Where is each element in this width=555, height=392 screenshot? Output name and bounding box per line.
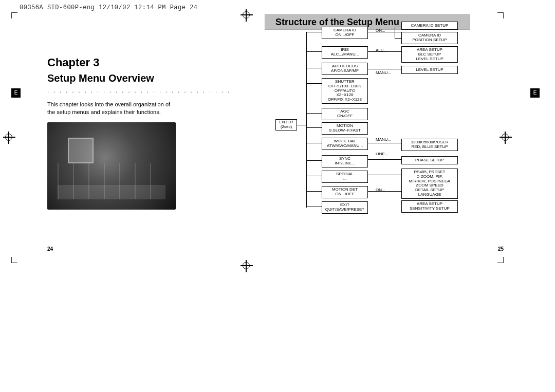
- connector-line: [306, 83, 322, 84]
- connector-line: [395, 27, 401, 27]
- connector-line: [297, 125, 306, 125]
- diagram-node-col1: SHUTTEROFF/1/100~1/10KOFF/AUTOX2~X128OFF…: [322, 78, 368, 104]
- decorative-photo: [47, 122, 176, 210]
- connector-line: [368, 51, 401, 52]
- connector-line: [306, 68, 322, 68]
- right-page: E ENTER(2sec)CAMERA IDON.../OFFIRISALC..…: [257, 12, 504, 263]
- diagram-node-col2: LEVEL SETUP: [401, 66, 458, 74]
- diagram-node-col1: MOTIONS.SLOW~F.FAST: [322, 122, 368, 135]
- diagram-node-col1: EXITQUIT/SAVE/PRESET: [322, 201, 368, 214]
- chapter-subtitle: Setup Menu Overview: [47, 72, 246, 84]
- connector-line: [368, 69, 401, 69]
- diagram-node-col1: WHITE BALATW/AWC/MANU...: [322, 138, 368, 150]
- connector-line: [306, 207, 322, 207]
- diagram-node-col1: AGCON/OFF: [322, 108, 368, 120]
- diagram-node-enter: ENTER(2sec): [275, 119, 297, 130]
- connector-line: [306, 32, 307, 208]
- connector-line: [306, 127, 322, 128]
- page-number-right: 25: [498, 246, 504, 252]
- diagram-node-col1: AUTOFOCUSAF/ONEAF/MF: [322, 63, 368, 75]
- connector-line: [368, 175, 401, 175]
- menu-structure-diagram: ENTER(2sec)CAMERA IDON.../OFFIRISALC.../…: [275, 27, 468, 222]
- diagram-node-col1: MOTION DETON.../OFF: [322, 186, 368, 198]
- connector-line: [368, 191, 401, 192]
- connector-line: [306, 113, 322, 114]
- chapter-title: Chapter 3: [47, 56, 246, 69]
- connector-line: [306, 191, 322, 192]
- edge-tab-right: E: [530, 88, 540, 98]
- left-page: E Chapter 3 Setup Menu Overview . . . . …: [11, 12, 257, 263]
- diagram-edge-label: MANU...: [376, 138, 391, 142]
- connector-line: [306, 51, 322, 52]
- diagram-node-col1: SPECIAL...: [322, 171, 368, 183]
- diagram-node-col1: IRISALC.../MANU...: [322, 46, 368, 59]
- diagram-edge-label: ALC...: [376, 48, 387, 53]
- page-number-left: 24: [47, 246, 53, 252]
- connector-line: [306, 160, 322, 161]
- diagram-edge-label: ON...: [376, 29, 385, 33]
- connector-line: [306, 32, 322, 32]
- diagram-node-col2: PHASE SETUP: [401, 156, 458, 164]
- diagram-node-col2: AREA SETUPBLC SETUPLEVEL SETUP: [401, 46, 458, 63]
- connector-line: [306, 176, 322, 176]
- diagram-node-col2: RS485, PRESETD-ZOOM, PIP,MIRROR, POSI/NE…: [401, 169, 458, 199]
- diagram-edge-label: LINE...: [376, 152, 388, 157]
- diagram-node-col2: 3200K/5600K/USERRED, BLUE SETUP: [401, 139, 458, 151]
- diagram-node-col1: CAMERA IDON.../OFF: [322, 27, 368, 39]
- connector-line: [306, 143, 322, 143]
- connector-line: [368, 32, 401, 32]
- intro-paragraph: This chapter looks into the overall orga…: [47, 101, 171, 116]
- print-slug: 00356A SID-600P-eng 12/10/02 12:14 PM Pa…: [20, 4, 198, 11]
- diagram-edge-label: ON...: [376, 188, 385, 193]
- diagram-edge-label: MANU...: [376, 71, 391, 76]
- connector-line: [368, 159, 401, 160]
- diagram-node-col2: CAMERA IDPOSITION SETUP: [401, 32, 458, 44]
- divider-dots: . . . . . . . . . . . . . . . . . . . . …: [47, 87, 246, 94]
- connector-line: [395, 38, 401, 39]
- page-spread: E Chapter 3 Setup Menu Overview . . . . …: [11, 12, 504, 263]
- edge-tab-left: E: [11, 88, 21, 98]
- diagram-node-col2: AREA SETUPSENSITIVITY SETUP: [401, 200, 458, 213]
- connector-line: [395, 27, 395, 38]
- connector-line: [368, 143, 401, 143]
- diagram-node-col1: SYNCINT/LINE...: [322, 155, 368, 167]
- diagram-node-col2: CAMERA ID SETUP: [401, 22, 458, 30]
